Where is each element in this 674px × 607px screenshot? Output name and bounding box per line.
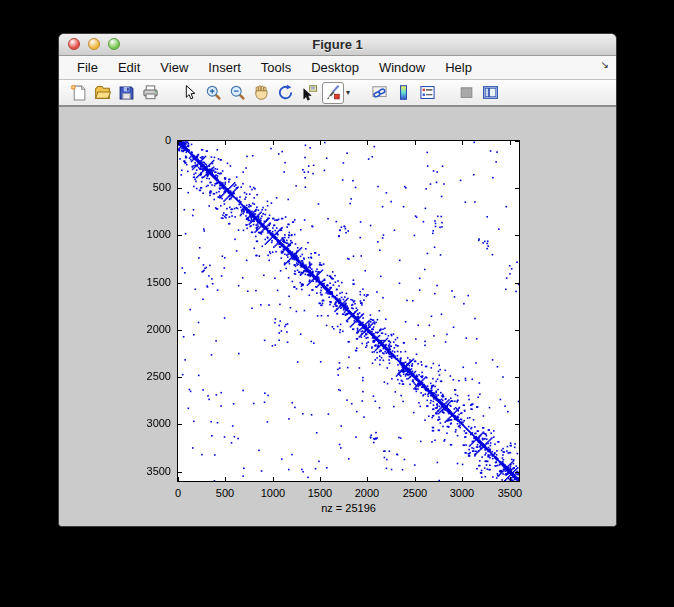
brush-dropdown-caret[interactable]: ▾ (346, 88, 350, 97)
open-file-icon (94, 84, 111, 101)
legend-icon (419, 84, 436, 101)
menu-overflow-arrow-icon[interactable]: ↘ (601, 59, 609, 70)
x-tick (320, 141, 321, 145)
x-tick (367, 141, 368, 145)
link-plot-icon (371, 84, 388, 101)
y-tick-label: 2500 (131, 370, 171, 382)
brush-icon (325, 84, 342, 101)
spy-plot-canvas[interactable] (178, 141, 519, 481)
titlebar[interactable]: Figure 1 (59, 34, 616, 56)
zoom-in-icon (205, 84, 222, 101)
brush-button[interactable] (322, 82, 344, 104)
edit-plot-button[interactable] (178, 82, 200, 104)
y-tick (178, 377, 182, 378)
pan-hand-button[interactable] (250, 82, 272, 104)
zoom-out-icon (229, 84, 246, 101)
menu-window[interactable]: Window (369, 60, 435, 75)
y-tick-label: 1000 (131, 228, 171, 240)
zoom-button[interactable] (108, 38, 120, 50)
y-tick (515, 141, 519, 142)
legend-button[interactable] (416, 82, 438, 104)
edit-plot-icon (181, 84, 198, 101)
y-tick (515, 188, 519, 189)
y-tick (178, 472, 182, 473)
menu-help[interactable]: Help (435, 60, 482, 75)
y-tick (515, 377, 519, 378)
x-tick (273, 141, 274, 145)
y-tick (178, 235, 182, 236)
x-tick (320, 477, 321, 481)
open-file-button[interactable] (91, 82, 113, 104)
y-tick-label: 3500 (131, 465, 171, 477)
x-tick (415, 141, 416, 145)
rotate-3d-icon (277, 84, 294, 101)
y-tick (178, 330, 182, 331)
figure-window: Figure 1 FileEditViewInsertToolsDesktopW… (58, 33, 617, 527)
x-tick-label: 1000 (251, 487, 295, 499)
y-tick (178, 283, 182, 284)
menu-file[interactable]: File (67, 60, 108, 75)
y-tick-label: 0 (131, 134, 171, 146)
x-tick-label: 2000 (345, 487, 389, 499)
show-plot-tools-dock-button[interactable] (479, 82, 501, 104)
menu-tools[interactable]: Tools (251, 60, 301, 75)
save-figure-icon (118, 84, 135, 101)
menu-insert[interactable]: Insert (198, 60, 251, 75)
new-figure-icon (70, 84, 87, 101)
y-tick (515, 424, 519, 425)
y-tick (178, 424, 182, 425)
menu-edit[interactable]: Edit (108, 60, 150, 75)
link-plot-button[interactable] (368, 82, 390, 104)
figure-canvas-area: nz = 25196 05001000150020002500300035000… (59, 107, 617, 527)
figure-toolbar: ▾ (59, 80, 616, 107)
data-cursor-button[interactable] (298, 82, 320, 104)
window-title: Figure 1 (59, 34, 616, 55)
x-tick (510, 141, 511, 145)
zoom-in-button[interactable] (202, 82, 224, 104)
y-tick (515, 283, 519, 284)
x-tick (225, 141, 226, 145)
hide-plot-tools-button (455, 82, 477, 104)
desktop-background: { "window": { "title": "Figure 1", "traf… (0, 0, 674, 607)
y-tick-label: 2000 (131, 323, 171, 335)
minimize-button[interactable] (88, 38, 100, 50)
x-axis-label: nz = 25196 (177, 502, 520, 514)
y-tick (178, 141, 182, 142)
menu-desktop[interactable]: Desktop (301, 60, 369, 75)
x-tick (462, 141, 463, 145)
data-cursor-icon (301, 84, 318, 101)
plot-box (177, 140, 520, 482)
x-tick-label: 0 (156, 487, 200, 499)
rotate-3d-button[interactable] (274, 82, 296, 104)
x-tick (367, 477, 368, 481)
x-tick (462, 477, 463, 481)
pan-hand-icon (253, 84, 270, 101)
show-plot-tools-dock-icon (482, 84, 499, 101)
x-tick-label: 500 (203, 487, 247, 499)
x-tick (510, 477, 511, 481)
menubar: FileEditViewInsertToolsDesktopWindowHelp… (59, 56, 616, 80)
x-tick (225, 477, 226, 481)
zoom-out-button[interactable] (226, 82, 248, 104)
x-tick-label: 2500 (393, 487, 437, 499)
y-tick (178, 188, 182, 189)
x-tick-label: 1500 (298, 487, 342, 499)
x-tick-label: 3500 (488, 487, 532, 499)
y-tick (515, 330, 519, 331)
print-figure-button[interactable] (139, 82, 161, 104)
colorbar-button[interactable] (392, 82, 414, 104)
y-tick (515, 472, 519, 473)
x-tick (273, 477, 274, 481)
hide-plot-tools-icon (458, 84, 475, 101)
traffic-lights (68, 38, 120, 50)
y-tick (515, 235, 519, 236)
x-tick (415, 477, 416, 481)
menu-view[interactable]: View (150, 60, 198, 75)
y-tick-label: 1500 (131, 276, 171, 288)
close-button[interactable] (68, 38, 80, 50)
print-figure-icon (142, 84, 159, 101)
new-figure-button[interactable] (67, 82, 89, 104)
x-tick (178, 477, 179, 481)
x-tick-label: 3000 (440, 487, 484, 499)
save-figure-button[interactable] (115, 82, 137, 104)
